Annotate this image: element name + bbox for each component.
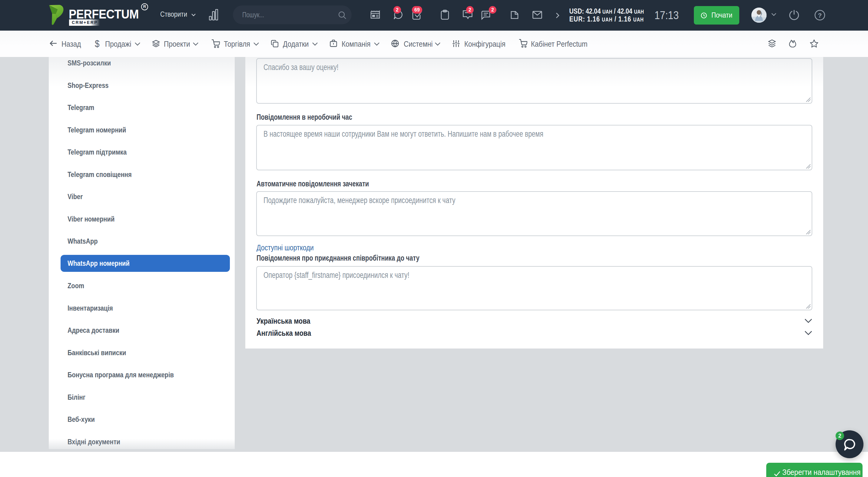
svg-text:?: ? <box>818 12 822 19</box>
